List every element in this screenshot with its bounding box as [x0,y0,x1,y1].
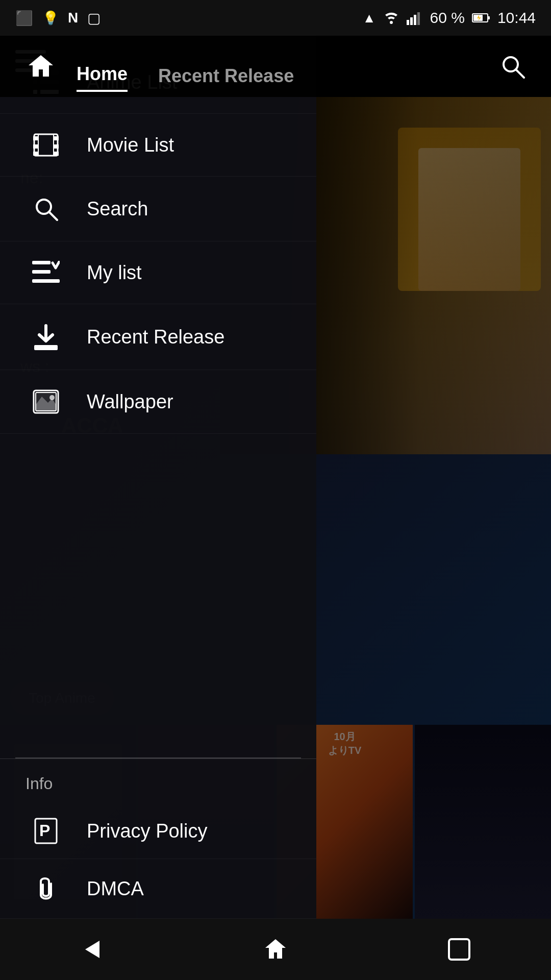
recent-release-label: Recent Release [87,326,224,348]
svg-rect-30 [32,270,51,274]
top-nav: Home Recent Release [0,36,551,97]
paperclip-icon [26,873,66,904]
search-label: Search [87,198,148,220]
back-button[interactable] [61,929,122,970]
svg-rect-2 [414,15,416,25]
tab-home[interactable]: Home [77,63,128,92]
svg-rect-6 [488,16,490,19]
svg-rect-19 [33,136,38,140]
app-container: Home Recent Release ne: ws : ACCA [0,36,551,919]
svg-marker-38 [85,941,99,958]
menu-item-wallpaper[interactable]: Wallpaper [0,370,316,434]
info-section: Info [0,758,316,803]
svg-line-28 [49,212,57,220]
svg-rect-20 [33,144,38,149]
menu-item-privacy-policy[interactable]: P Privacy Policy [0,803,316,859]
tab-recent-release[interactable]: Recent Release [158,65,294,92]
square-icon: ▢ [87,10,101,27]
home-nav-icon[interactable] [20,46,61,87]
svg-rect-0 [407,20,409,25]
drawer-menu-items: Anime List Mo [0,36,316,757]
search-button[interactable] [495,48,531,84]
film-icon [26,133,66,157]
svg-rect-22 [54,136,59,140]
nav-tabs: Home Recent Release [77,36,495,97]
battery-icon [472,12,490,23]
status-bar-left: ⬛ 💡 N ▢ [15,10,101,27]
privacy-policy-label: Privacy Policy [87,820,208,842]
bottom-nav [0,919,551,980]
status-bar-right: ▲ 60 % [363,9,536,27]
parking-icon: P [26,818,66,844]
svg-rect-31 [32,279,60,283]
search-drawer-icon [26,196,66,222]
download-icon [26,324,66,350]
wallpaper-icon [26,389,66,414]
wallpaper-label: Wallpaper [87,391,173,413]
clock: 10:44 [497,9,536,27]
my-list-label: My list [87,262,142,284]
n-icon: N [68,10,78,26]
menu-item-dmca[interactable]: DMCA [0,859,316,919]
my-list-icon [26,261,66,284]
bluetooth-icon: ▲ [363,10,376,26]
svg-rect-39 [449,939,469,960]
svg-text:P: P [39,821,50,840]
photo-icon: ⬛ [15,10,33,27]
svg-rect-24 [54,152,59,156]
signal-icon [407,11,423,25]
bulb-icon: 💡 [42,10,59,26]
menu-item-search[interactable]: Search [0,177,316,241]
menu-item-movie-list[interactable]: Movie List [0,114,316,177]
svg-rect-21 [33,152,38,156]
battery-percent: 60 % [430,9,465,27]
drawer: Anime List Mo [0,36,316,919]
home-button[interactable] [245,929,306,970]
menu-item-recent-release[interactable]: Recent Release [0,304,316,370]
svg-rect-32 [34,345,58,350]
menu-item-my-list[interactable]: My list [0,241,316,304]
info-label: Info [26,774,53,793]
svg-rect-1 [410,17,413,25]
svg-rect-3 [417,12,420,25]
svg-rect-29 [32,261,51,264]
movie-list-label: Movie List [87,134,174,156]
status-bar: ⬛ 💡 N ▢ ▲ 60 % [0,0,551,36]
svg-rect-23 [54,144,59,149]
wifi-icon [383,11,399,25]
dmca-label: DMCA [87,878,144,900]
svg-point-35 [49,395,55,400]
recents-button[interactable] [429,929,490,970]
svg-line-8 [516,69,524,78]
